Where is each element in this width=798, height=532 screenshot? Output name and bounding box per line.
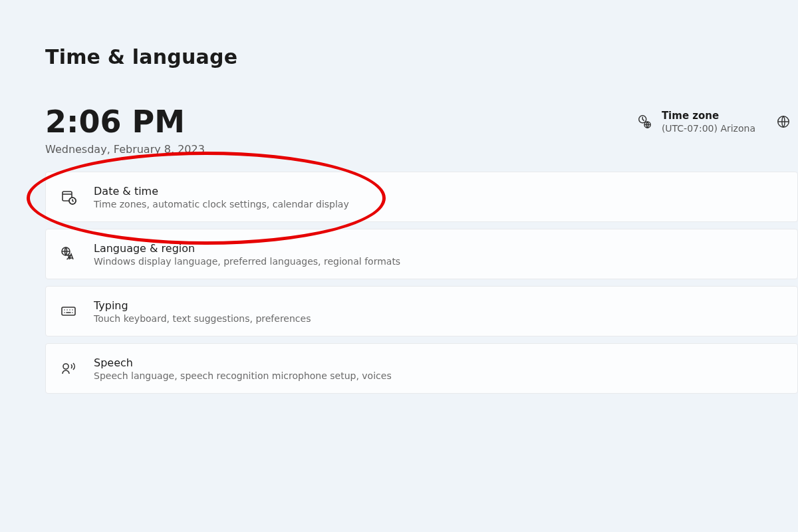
timezone-label: Time zone: [662, 110, 755, 122]
globe-icon[interactable]: [775, 114, 791, 130]
header-info: Time zone (UTC-07:00) Arizona: [636, 110, 791, 134]
current-date: Wednesday, February 8, 2023: [45, 143, 205, 156]
timezone-info[interactable]: Time zone (UTC-07:00) Arizona: [636, 110, 755, 134]
setting-date-time[interactable]: Date & time Time zones, automatic clock …: [45, 172, 798, 222]
setting-text: Typing Touch keyboard, text suggestions,…: [94, 299, 311, 324]
calendar-clock-icon: [59, 188, 78, 206]
timezone-text: Time zone (UTC-07:00) Arizona: [662, 110, 755, 134]
setting-subtitle: Touch keyboard, text suggestions, prefer…: [94, 313, 311, 324]
setting-subtitle: Windows display language, preferred lang…: [94, 256, 400, 267]
settings-list: Date & time Time zones, automatic clock …: [45, 172, 798, 394]
language-globe-icon: [59, 245, 78, 263]
header-row: 2:06 PM Wednesday, February 8, 2023 Time…: [45, 106, 798, 156]
svg-rect-7: [62, 307, 75, 315]
keyboard-icon: [59, 302, 78, 321]
current-time: 2:06 PM: [45, 106, 205, 138]
setting-text: Language & region Windows display langua…: [94, 242, 400, 267]
time-language-page: Time & language 2:06 PM Wednesday, Febru…: [0, 0, 798, 394]
setting-text: Speech Speech language, speech recogniti…: [94, 356, 392, 381]
setting-title: Language & region: [94, 242, 400, 255]
setting-title: Speech: [94, 356, 392, 369]
clock-block: 2:06 PM Wednesday, February 8, 2023: [45, 106, 205, 156]
setting-subtitle: Time zones, automatic clock settings, ca…: [94, 199, 349, 209]
setting-title: Typing: [94, 299, 311, 312]
setting-typing[interactable]: Typing Touch keyboard, text suggestions,…: [45, 286, 798, 336]
clock-globe-icon: [636, 114, 652, 130]
timezone-value: (UTC-07:00) Arizona: [662, 123, 755, 134]
page-title: Time & language: [45, 45, 798, 68]
setting-text: Date & time Time zones, automatic clock …: [94, 185, 349, 209]
setting-language-region[interactable]: Language & region Windows display langua…: [45, 229, 798, 279]
svg-point-8: [63, 364, 68, 369]
setting-title: Date & time: [94, 185, 349, 198]
speech-icon: [59, 359, 78, 378]
setting-subtitle: Speech language, speech recognition micr…: [94, 370, 392, 381]
setting-speech[interactable]: Speech Speech language, speech recogniti…: [45, 343, 798, 394]
